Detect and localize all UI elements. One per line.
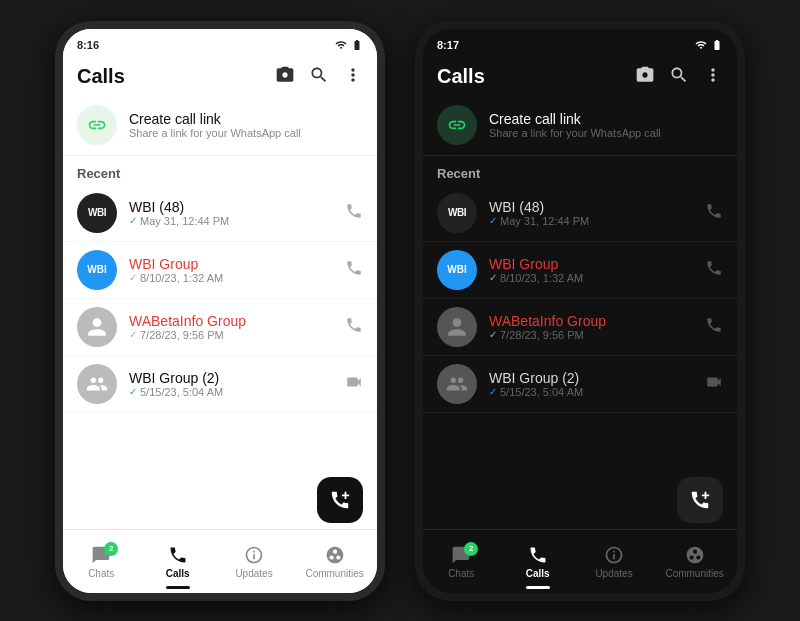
- call-list: WBI WBI (48) ✓ May 31, 12:44 PM WBI WBI …: [423, 185, 737, 413]
- avatar: WBI: [437, 250, 477, 290]
- nav-underline: [166, 586, 190, 589]
- call-meta: ✓ 8/10/23, 1:32 AM: [489, 272, 693, 284]
- fab-button[interactable]: [317, 477, 363, 523]
- more-icon[interactable]: [703, 65, 723, 89]
- call-info: WBI (48) ✓ May 31, 12:44 PM: [489, 199, 693, 227]
- call-name: WBI (48): [129, 199, 333, 215]
- call-link-text: Create call link Share a link for your W…: [129, 111, 301, 139]
- phones-container: 8:16 Calls: [35, 1, 765, 621]
- call-date: 5/15/23, 5:04 AM: [140, 386, 223, 398]
- nav-item-communities[interactable]: Communities: [305, 544, 363, 579]
- checkmark-icon: ✓: [489, 215, 497, 226]
- call-link-label: Create call link: [489, 111, 661, 127]
- checkmark-icon: ✓: [129, 272, 137, 283]
- call-link-text: Create call link Share a link for your W…: [489, 111, 661, 139]
- call-type-icon[interactable]: [345, 259, 363, 281]
- bottom-nav: 2 Chats Calls Updates: [63, 529, 377, 593]
- nav-item-updates[interactable]: Updates: [589, 544, 639, 579]
- call-type-icon[interactable]: [345, 202, 363, 224]
- status-bar: 8:16: [63, 29, 377, 57]
- phone-dark: 8:17 Calls: [415, 21, 745, 601]
- call-item[interactable]: WBI WBI Group ✓ 8/10/23, 1:32 AM: [63, 242, 377, 299]
- status-icons: [334, 39, 363, 51]
- nav-icon-wrap: [682, 544, 708, 566]
- call-info: WABetaInfo Group ✓ 7/28/23, 9:56 PM: [129, 313, 333, 341]
- app-header: Calls: [63, 57, 377, 95]
- call-meta: ✓ 8/10/23, 1:32 AM: [129, 272, 333, 284]
- call-link-sublabel: Share a link for your WhatsApp call: [129, 127, 301, 139]
- status-bar: 8:17: [423, 29, 737, 57]
- call-info: WBI Group ✓ 8/10/23, 1:32 AM: [129, 256, 333, 284]
- avatar: WBI: [437, 193, 477, 233]
- fab-button[interactable]: [677, 477, 723, 523]
- checkmark-icon: ✓: [129, 329, 137, 340]
- call-item[interactable]: WBI Group (2) ✓ 5/15/23, 5:04 AM: [63, 356, 377, 413]
- call-link-sublabel: Share a link for your WhatsApp call: [489, 127, 661, 139]
- call-meta: ✓ 5/15/23, 5:04 AM: [489, 386, 693, 398]
- nav-label: Communities: [665, 568, 723, 579]
- avatar: [437, 364, 477, 404]
- nav-icon-wrap: 2: [448, 544, 474, 566]
- call-type-icon[interactable]: [705, 316, 723, 338]
- status-icons: [694, 39, 723, 51]
- call-meta: ✓ May 31, 12:44 PM: [129, 215, 333, 227]
- call-name: WBI (48): [489, 199, 693, 215]
- search-icon[interactable]: [669, 65, 689, 89]
- call-item[interactable]: WBI Group (2) ✓ 5/15/23, 5:04 AM: [423, 356, 737, 413]
- camera-icon[interactable]: [635, 65, 655, 89]
- app-header: Calls: [423, 57, 737, 95]
- call-type-icon[interactable]: [345, 373, 363, 395]
- search-icon[interactable]: [309, 65, 329, 89]
- call-item[interactable]: WBI WBI (48) ✓ May 31, 12:44 PM: [63, 185, 377, 242]
- nav-label: Chats: [448, 568, 474, 579]
- badge: 2: [464, 542, 478, 556]
- call-info: WBI (48) ✓ May 31, 12:44 PM: [129, 199, 333, 227]
- nav-icon-wrap: [322, 544, 348, 566]
- nav-label: Calls: [526, 568, 550, 579]
- call-info: WBI Group ✓ 8/10/23, 1:32 AM: [489, 256, 693, 284]
- nav-icon-wrap: 2: [88, 544, 114, 566]
- call-meta: ✓ 7/28/23, 9:56 PM: [489, 329, 693, 341]
- call-info: WABetaInfo Group ✓ 7/28/23, 9:56 PM: [489, 313, 693, 341]
- checkmark-icon: ✓: [489, 386, 497, 397]
- call-type-icon[interactable]: [705, 373, 723, 395]
- checkmark-icon: ✓: [129, 215, 137, 226]
- status-time: 8:17: [437, 39, 459, 51]
- call-type-icon[interactable]: [705, 202, 723, 224]
- call-type-icon[interactable]: [705, 259, 723, 281]
- header-title: Calls: [437, 65, 485, 88]
- call-date: 7/28/23, 9:56 PM: [140, 329, 224, 341]
- call-item[interactable]: WBI WBI Group ✓ 8/10/23, 1:32 AM: [423, 242, 737, 299]
- avatar: [77, 364, 117, 404]
- nav-item-communities[interactable]: Communities: [665, 544, 723, 579]
- phone-light: 8:16 Calls: [55, 21, 385, 601]
- call-name: WBI Group (2): [129, 370, 333, 386]
- nav-item-calls[interactable]: Calls: [153, 544, 203, 579]
- call-item[interactable]: WABetaInfo Group ✓ 7/28/23, 9:56 PM: [423, 299, 737, 356]
- avatar: [77, 307, 117, 347]
- link-icon: [77, 105, 117, 145]
- nav-label: Communities: [305, 568, 363, 579]
- nav-item-updates[interactable]: Updates: [229, 544, 279, 579]
- call-type-icon[interactable]: [345, 316, 363, 338]
- nav-item-calls[interactable]: Calls: [513, 544, 563, 579]
- checkmark-icon: ✓: [129, 386, 137, 397]
- call-item[interactable]: WBI WBI (48) ✓ May 31, 12:44 PM: [423, 185, 737, 242]
- call-meta: ✓ 7/28/23, 9:56 PM: [129, 329, 333, 341]
- create-call-link[interactable]: Create call link Share a link for your W…: [423, 95, 737, 156]
- header-title: Calls: [77, 65, 125, 88]
- nav-item-chats[interactable]: 2 Chats: [76, 544, 126, 579]
- nav-underline: [526, 586, 550, 589]
- call-link-label: Create call link: [129, 111, 301, 127]
- nav-label: Chats: [88, 568, 114, 579]
- avatar: [437, 307, 477, 347]
- nav-item-chats[interactable]: 2 Chats: [436, 544, 486, 579]
- create-call-link[interactable]: Create call link Share a link for your W…: [63, 95, 377, 156]
- camera-icon[interactable]: [275, 65, 295, 89]
- more-icon[interactable]: [343, 65, 363, 89]
- call-item[interactable]: WABetaInfo Group ✓ 7/28/23, 9:56 PM: [63, 299, 377, 356]
- call-date: 8/10/23, 1:32 AM: [500, 272, 583, 284]
- call-date: May 31, 12:44 PM: [500, 215, 589, 227]
- avatar: WBI: [77, 250, 117, 290]
- nav-icon-wrap: [241, 544, 267, 566]
